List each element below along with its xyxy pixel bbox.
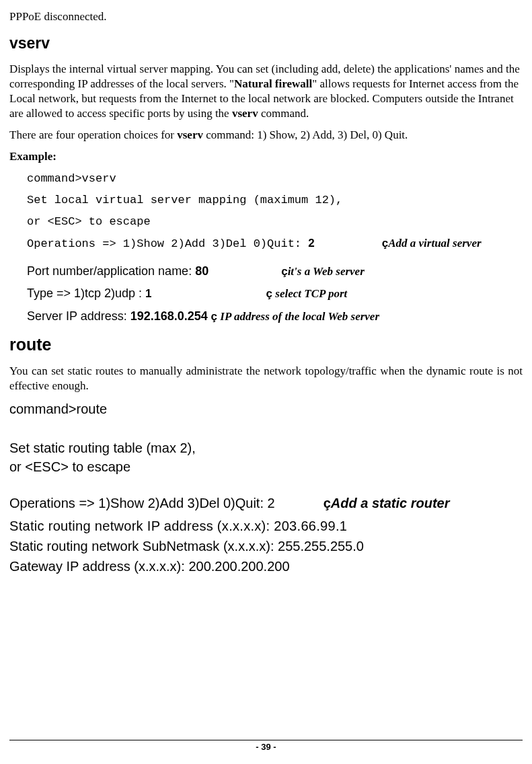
user-input: 1 (145, 287, 151, 300)
vserv-line-2: Set local virtual server mapping (maximu… (27, 193, 523, 208)
spacer (9, 475, 523, 490)
arrow-left-icon: ç (324, 496, 331, 510)
prompt: Type => 1)tcp 2)udp : (27, 286, 145, 300)
heading-vserv: vserv (9, 34, 523, 54)
vserv-desc-2: There are four operation choices for vse… (9, 128, 523, 143)
term-vserv: vserv (232, 107, 258, 120)
route-line-3: or <ESC> to escape (9, 458, 523, 475)
arrow-left-icon: ç (382, 237, 388, 250)
term-natural-firewall: Natural firewall (234, 77, 312, 90)
vserv-desc-1: Displays the internal virtual server map… (9, 62, 523, 121)
vserv-line-1: command>vserv (27, 171, 523, 186)
prompt: Operations => 1)Show 2)Add 3)Del 0)Quit: (27, 237, 308, 250)
vserv-line-4: Operations => 1)Show 2)Add 3)Del 0)Quit:… (27, 236, 523, 252)
annotation: select TCP port (272, 287, 347, 300)
vserv-line-7: Server IP address: 192.168.0.254 ç IP ad… (27, 309, 523, 324)
vserv-line-6: Type => 1)tcp 2)udp : 1ç select TCP port (27, 286, 523, 301)
user-input: 192.168.0.254 (130, 309, 208, 323)
route-line-2: Set static routing table (max 2), (9, 439, 523, 457)
annotation: Add a virtual server (388, 237, 481, 250)
route-line-6: Static routing network SubNetmask (x.x.x… (9, 537, 523, 555)
arrow-left-icon: ç (208, 310, 217, 323)
prompt: Operations => 1)Show 2)Add 3)Del 0)Quit:… (9, 496, 275, 510)
example-label: Example: (9, 149, 523, 164)
spacer (9, 424, 523, 435)
user-input: 2 (308, 237, 314, 250)
text: command. (258, 107, 309, 120)
route-line-1: command>route (9, 400, 523, 418)
route-line-5: Static routing network IP address (x.x.x… (9, 517, 523, 535)
annotation: IP address of the local Web server (217, 310, 379, 323)
annotation: it's a Web server (288, 265, 365, 278)
vserv-line-5: Port number/application name: 80çit's a … (27, 264, 523, 279)
term-vserv: vserv (177, 128, 203, 141)
text: command: 1) Show, 2) Add, 3) Del, 0) Qui… (203, 128, 408, 141)
user-input: 80 (195, 264, 208, 278)
arrow-left-icon: ç (266, 287, 272, 300)
prompt: Port number/application name: (27, 264, 195, 278)
annotation: Add a static router (331, 496, 450, 510)
route-desc: You can set static routes to manually ad… (9, 364, 523, 393)
top-line: PPPoE disconnected. (9, 9, 523, 24)
text: There are four operation choices for (9, 128, 177, 141)
heading-route: route (9, 334, 523, 356)
route-line-7: Gateway IP address (x.x.x.x): 200.200.20… (9, 558, 523, 575)
vserv-line-3: or <ESC> to escape (27, 215, 523, 229)
prompt: Server IP address: (27, 309, 130, 323)
arrow-left-icon: ç (281, 265, 287, 278)
route-line-4: Operations => 1)Show 2)Add 3)Del 0)Quit:… (9, 494, 523, 512)
